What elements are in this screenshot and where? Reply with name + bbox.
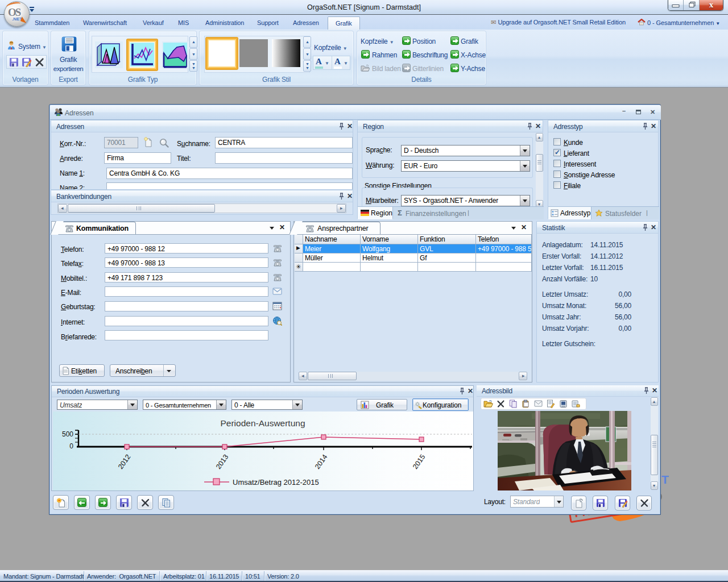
svg-text:0: 0 [69, 442, 73, 450]
svg-text:Perioden-Auswertung: Perioden-Auswertung [220, 418, 305, 428]
svg-text:Umsatz/Betrag 2012-2015: Umsatz/Betrag 2012-2015 [233, 478, 319, 487]
svg-text:500: 500 [62, 430, 73, 438]
